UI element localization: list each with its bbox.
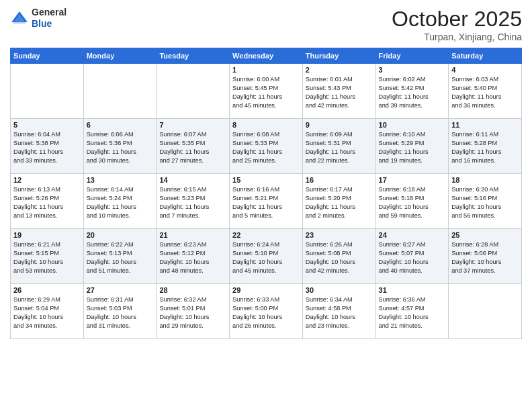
calendar-cell: 7Sunrise: 6:07 AMSunset: 5:35 PMDaylight… bbox=[157, 119, 230, 174]
calendar-cell bbox=[157, 64, 230, 119]
calendar-week-row: 1Sunrise: 6:00 AMSunset: 5:45 PMDaylight… bbox=[11, 64, 522, 119]
day-of-week-header: Wednesday bbox=[230, 48, 303, 64]
day-info: Sunrise: 6:29 AMSunset: 5:04 PMDaylight:… bbox=[13, 295, 81, 330]
day-info: Sunrise: 6:00 AMSunset: 5:45 PMDaylight:… bbox=[232, 75, 300, 110]
calendar-cell: 4Sunrise: 6:03 AMSunset: 5:40 PMDaylight… bbox=[449, 64, 522, 119]
calendar-week-row: 5Sunrise: 6:04 AMSunset: 5:38 PMDaylight… bbox=[11, 119, 522, 174]
calendar-cell: 6Sunrise: 6:06 AMSunset: 5:36 PMDaylight… bbox=[83, 119, 157, 174]
day-info: Sunrise: 6:20 AMSunset: 5:16 PMDaylight:… bbox=[451, 185, 519, 220]
day-info: Sunrise: 6:21 AMSunset: 5:15 PMDaylight:… bbox=[13, 240, 81, 275]
day-info: Sunrise: 6:24 AMSunset: 5:10 PMDaylight:… bbox=[232, 240, 300, 275]
calendar-cell bbox=[83, 64, 157, 119]
logo-general: General bbox=[32, 7, 66, 17]
day-info: Sunrise: 6:03 AMSunset: 5:40 PMDaylight:… bbox=[451, 75, 519, 110]
day-number: 5 bbox=[13, 121, 81, 129]
calendar-cell: 21Sunrise: 6:23 AMSunset: 5:12 PMDayligh… bbox=[157, 229, 230, 284]
day-of-week-header: Monday bbox=[83, 48, 157, 64]
day-info: Sunrise: 6:14 AMSunset: 5:24 PMDaylight:… bbox=[87, 185, 154, 220]
day-info: Sunrise: 6:15 AMSunset: 5:23 PMDaylight:… bbox=[159, 185, 226, 220]
calendar-week-row: 12Sunrise: 6:13 AMSunset: 5:26 PMDayligh… bbox=[11, 174, 522, 229]
day-info: Sunrise: 6:16 AMSunset: 5:21 PMDaylight:… bbox=[232, 185, 300, 220]
day-info: Sunrise: 6:10 AMSunset: 5:29 PMDaylight:… bbox=[379, 130, 446, 165]
day-number: 25 bbox=[451, 231, 519, 239]
day-number: 3 bbox=[379, 66, 446, 74]
logo-text: General Blue bbox=[32, 7, 66, 30]
day-info: Sunrise: 6:09 AMSunset: 5:31 PMDaylight:… bbox=[306, 130, 373, 165]
day-info: Sunrise: 6:27 AMSunset: 5:07 PMDaylight:… bbox=[379, 240, 446, 275]
calendar-cell: 16Sunrise: 6:17 AMSunset: 5:20 PMDayligh… bbox=[302, 174, 375, 229]
calendar-cell: 24Sunrise: 6:27 AMSunset: 5:07 PMDayligh… bbox=[375, 229, 449, 284]
day-number: 11 bbox=[451, 121, 519, 129]
day-info: Sunrise: 6:36 AMSunset: 4:57 PMDaylight:… bbox=[379, 295, 446, 330]
calendar-cell: 3Sunrise: 6:02 AMSunset: 5:42 PMDaylight… bbox=[375, 64, 449, 119]
day-of-week-header: Thursday bbox=[302, 48, 375, 64]
day-number: 29 bbox=[232, 286, 300, 294]
day-info: Sunrise: 6:02 AMSunset: 5:42 PMDaylight:… bbox=[379, 75, 446, 110]
calendar-cell: 15Sunrise: 6:16 AMSunset: 5:21 PMDayligh… bbox=[230, 174, 303, 229]
calendar-week-row: 19Sunrise: 6:21 AMSunset: 5:15 PMDayligh… bbox=[11, 229, 522, 284]
day-number: 19 bbox=[13, 231, 81, 239]
location: Turpan, Xinjiang, China bbox=[392, 32, 522, 42]
day-number: 27 bbox=[87, 286, 154, 294]
calendar-cell: 26Sunrise: 6:29 AMSunset: 5:04 PMDayligh… bbox=[11, 284, 84, 339]
day-number: 23 bbox=[306, 231, 373, 239]
day-info: Sunrise: 6:31 AMSunset: 5:03 PMDaylight:… bbox=[87, 295, 154, 330]
day-number: 17 bbox=[379, 176, 446, 184]
calendar-cell bbox=[449, 284, 522, 339]
day-number: 24 bbox=[379, 231, 446, 239]
calendar-cell: 10Sunrise: 6:10 AMSunset: 5:29 PMDayligh… bbox=[375, 119, 449, 174]
calendar-cell: 13Sunrise: 6:14 AMSunset: 5:24 PMDayligh… bbox=[83, 174, 157, 229]
calendar-cell: 11Sunrise: 6:11 AMSunset: 5:28 PMDayligh… bbox=[449, 119, 522, 174]
calendar-cell: 17Sunrise: 6:18 AMSunset: 5:18 PMDayligh… bbox=[375, 174, 449, 229]
day-number: 15 bbox=[232, 176, 300, 184]
header-row: SundayMondayTuesdayWednesdayThursdayFrid… bbox=[11, 48, 522, 64]
calendar-cell: 27Sunrise: 6:31 AMSunset: 5:03 PMDayligh… bbox=[83, 284, 157, 339]
day-info: Sunrise: 6:06 AMSunset: 5:36 PMDaylight:… bbox=[87, 130, 154, 165]
calendar-table: SundayMondayTuesdayWednesdayThursdayFrid… bbox=[10, 48, 522, 339]
day-number: 26 bbox=[13, 286, 81, 294]
day-number: 16 bbox=[306, 176, 373, 184]
day-info: Sunrise: 6:01 AMSunset: 5:43 PMDaylight:… bbox=[306, 75, 373, 110]
calendar-cell: 22Sunrise: 6:24 AMSunset: 5:10 PMDayligh… bbox=[230, 229, 303, 284]
calendar-cell: 23Sunrise: 6:26 AMSunset: 5:08 PMDayligh… bbox=[302, 229, 375, 284]
day-info: Sunrise: 6:17 AMSunset: 5:20 PMDaylight:… bbox=[306, 185, 373, 220]
day-number: 6 bbox=[87, 121, 154, 129]
day-of-week-header: Saturday bbox=[449, 48, 522, 64]
day-number: 14 bbox=[159, 176, 226, 184]
day-number: 12 bbox=[13, 176, 81, 184]
logo: General Blue bbox=[10, 7, 66, 30]
day-info: Sunrise: 6:33 AMSunset: 5:00 PMDaylight:… bbox=[232, 295, 300, 330]
day-info: Sunrise: 6:07 AMSunset: 5:35 PMDaylight:… bbox=[159, 130, 226, 165]
day-of-week-header: Friday bbox=[375, 48, 449, 64]
day-number: 18 bbox=[451, 176, 519, 184]
day-number: 2 bbox=[306, 66, 373, 74]
calendar-cell: 20Sunrise: 6:22 AMSunset: 5:13 PMDayligh… bbox=[83, 229, 157, 284]
header: General Blue October 2025 Turpan, Xinjia… bbox=[10, 7, 522, 42]
month-title: October 2025 bbox=[392, 7, 522, 32]
day-number: 31 bbox=[379, 286, 446, 294]
calendar-cell: 5Sunrise: 6:04 AMSunset: 5:38 PMDaylight… bbox=[11, 119, 84, 174]
day-info: Sunrise: 6:28 AMSunset: 5:06 PMDaylight:… bbox=[451, 240, 519, 275]
day-of-week-header: Sunday bbox=[11, 48, 84, 64]
calendar-cell bbox=[11, 64, 84, 119]
day-number: 30 bbox=[306, 286, 373, 294]
calendar-cell: 25Sunrise: 6:28 AMSunset: 5:06 PMDayligh… bbox=[449, 229, 522, 284]
day-info: Sunrise: 6:23 AMSunset: 5:12 PMDaylight:… bbox=[159, 240, 226, 275]
day-info: Sunrise: 6:18 AMSunset: 5:18 PMDaylight:… bbox=[379, 185, 446, 220]
day-number: 9 bbox=[306, 121, 373, 129]
day-number: 21 bbox=[159, 231, 226, 239]
day-number: 20 bbox=[87, 231, 154, 239]
calendar-cell: 8Sunrise: 6:08 AMSunset: 5:33 PMDaylight… bbox=[230, 119, 303, 174]
day-info: Sunrise: 6:34 AMSunset: 4:58 PMDaylight:… bbox=[306, 295, 373, 330]
calendar-cell: 9Sunrise: 6:09 AMSunset: 5:31 PMDaylight… bbox=[302, 119, 375, 174]
day-info: Sunrise: 6:32 AMSunset: 5:01 PMDaylight:… bbox=[159, 295, 226, 330]
calendar-cell: 29Sunrise: 6:33 AMSunset: 5:00 PMDayligh… bbox=[230, 284, 303, 339]
logo-blue: Blue bbox=[32, 18, 52, 29]
calendar-cell: 2Sunrise: 6:01 AMSunset: 5:43 PMDaylight… bbox=[302, 64, 375, 119]
day-info: Sunrise: 6:26 AMSunset: 5:08 PMDaylight:… bbox=[306, 240, 373, 275]
day-info: Sunrise: 6:11 AMSunset: 5:28 PMDaylight:… bbox=[451, 130, 519, 165]
calendar-cell: 14Sunrise: 6:15 AMSunset: 5:23 PMDayligh… bbox=[157, 174, 230, 229]
day-number: 7 bbox=[159, 121, 226, 129]
day-of-week-header: Tuesday bbox=[157, 48, 230, 64]
day-info: Sunrise: 6:13 AMSunset: 5:26 PMDaylight:… bbox=[13, 185, 81, 220]
